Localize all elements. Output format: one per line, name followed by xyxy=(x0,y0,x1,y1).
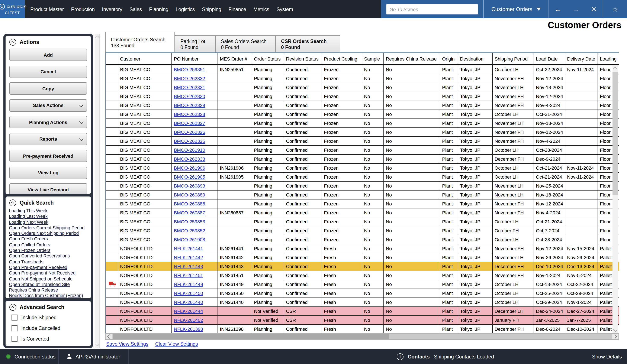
action-button-pre-payment-received[interactable]: Pre-payment Received xyxy=(9,150,87,162)
table-row[interactable]: BIG MEAT COBMCO-261906INN261906PlanningC… xyxy=(106,163,619,172)
table-row[interactable]: BIG MEAT COBMCO-262326PlanningConfirmedF… xyxy=(106,128,619,136)
quick-search-link-open-converted-reservations[interactable]: Open Converted Reservations xyxy=(9,253,88,259)
po-number-link[interactable]: BMCO-260893 xyxy=(174,183,205,188)
show-details-button[interactable]: Show Details xyxy=(592,354,622,360)
po-number-link[interactable]: BMCO-262330 xyxy=(174,94,205,99)
row-selector-cell[interactable] xyxy=(106,190,118,199)
tab-customer-orders-search[interactable]: Customer Orders Search133 Found xyxy=(105,32,175,52)
table-row[interactable]: BIG MEAT COBMCO-260889PlanningConfirmedF… xyxy=(106,190,619,199)
column-header-requires-china-release[interactable]: Requires China Release xyxy=(383,53,440,65)
nav-item-shipping[interactable]: Shipping xyxy=(202,6,221,12)
quick-search-link-open-fresh-orders[interactable]: Open Fresh Orders xyxy=(9,236,88,242)
po-number-link[interactable]: BMCO-260888 xyxy=(174,201,205,206)
scroll-right-button[interactable] xyxy=(612,334,619,339)
scroll-up-icon[interactable] xyxy=(95,36,100,40)
column-header-delivery-date[interactable]: Delivery Date xyxy=(565,53,598,65)
column-header-po-number[interactable]: PO Number xyxy=(171,53,217,65)
dropdown-button-sales-actions[interactable]: Sales Actions xyxy=(9,99,87,111)
table-row[interactable]: BIG MEAT COBMCO-261905INN261905PlanningC… xyxy=(106,172,619,181)
row-selector-cell[interactable] xyxy=(106,235,118,244)
table-row[interactable]: BIG MEAT COBMCO-262330PlanningConfirmedF… xyxy=(106,92,619,101)
row-selector-cell[interactable] xyxy=(106,244,118,253)
row-selector-cell[interactable] xyxy=(106,217,118,226)
table-row[interactable]: NORFOLK LTDNFLK-261444Not VerifiedCSRFre… xyxy=(106,307,619,316)
row-selector-cell[interactable] xyxy=(106,226,118,235)
po-number-link[interactable]: NFLK-261398 xyxy=(174,326,203,332)
table-row[interactable]: BIG MEAT COBMCO-262325PlanningConfirmedF… xyxy=(106,136,619,145)
table-row[interactable]: BIG MEAT COBMCO-262327PlanningConfirmedF… xyxy=(106,119,619,128)
scroll-up-icon[interactable] xyxy=(613,67,617,71)
table-row[interactable]: BIG MEAT COBMCO-262328PlanningConfirmedF… xyxy=(106,110,619,119)
table-row[interactable]: NORFOLK LTDNFLK-261442INN261442PlanningC… xyxy=(106,253,619,262)
checkbox-include-shipped[interactable] xyxy=(11,314,17,320)
row-selector-cell[interactable] xyxy=(106,74,118,83)
row-selector-cell[interactable] xyxy=(106,298,118,307)
quick-search-link-open-stored-at-transload-site[interactable]: Open Stored at Transload Site xyxy=(9,282,88,287)
po-number-link[interactable]: NFLK-261442 xyxy=(174,255,203,260)
quick-search-link-loading-this-week[interactable]: Loading This Week xyxy=(9,208,88,214)
quick-search-link-open-orders-next-shipping-period[interactable]: Open Orders Next Shipping Period xyxy=(9,230,88,236)
table-row[interactable]: BIG MEAT COBMCO-262333PlanningConfirmedF… xyxy=(106,154,619,163)
scroll-down-icon[interactable] xyxy=(613,327,617,332)
row-selector-cell[interactable] xyxy=(106,262,118,271)
table-row[interactable]: BIG MEAT COBMCO-259853PlanningConfirmedF… xyxy=(106,217,619,226)
po-number-link[interactable]: BMCO-262328 xyxy=(174,112,205,117)
quick-search-link-open-pre-payment-received[interactable]: Open Pre-payment Received xyxy=(9,265,88,271)
table-row[interactable]: NORFOLK LTDNFLK-261450INN261450PlanningC… xyxy=(106,289,619,298)
row-selector-cell[interactable] xyxy=(106,289,118,298)
table-row[interactable]: BIG MEAT COBMCO-262331PlanningConfirmedF… xyxy=(106,83,619,92)
table-row[interactable]: NORFOLK LTDNFLK-261443INN261443PlanningC… xyxy=(106,262,619,271)
row-selector-cell[interactable] xyxy=(106,307,118,316)
scroll-down-icon[interactable] xyxy=(95,342,100,346)
tab-parking-lot[interactable]: Parking Lot0 Found xyxy=(175,35,215,52)
table-row[interactable]: BIG MEAT COBMCO-260888PlanningConfirmedF… xyxy=(106,199,619,208)
quick-search-link-requires-china-release[interactable]: Requires China Release xyxy=(9,287,88,293)
go-to-screen-input[interactable] xyxy=(386,4,478,14)
quick-search-link-open-orders-current-shipping-period[interactable]: Open Orders Current Shipping Period xyxy=(9,225,88,231)
po-number-link[interactable]: NFLK-261444 xyxy=(174,309,203,314)
quick-search-link-open-transloads[interactable]: Open Transloads xyxy=(9,259,88,265)
column-header-loading[interactable]: Loading xyxy=(598,53,619,65)
row-selector-cell[interactable] xyxy=(106,101,118,110)
forward-arrow-icon[interactable]: → xyxy=(567,5,585,13)
nav-item-inventory[interactable]: Inventory xyxy=(102,6,122,12)
dropdown-button-reports[interactable]: Reports xyxy=(9,133,87,145)
table-row[interactable]: BIG MEAT COBMCO-261908PlanningConfirmedF… xyxy=(106,235,619,244)
actions-panel-header[interactable]: Actions xyxy=(8,38,88,47)
po-number-link[interactable]: BMCO-259853 xyxy=(174,219,205,224)
quick-search-link-open-frozen-orders[interactable]: Open Frozen Orders xyxy=(9,248,88,253)
nav-item-sales[interactable]: Sales xyxy=(129,6,142,12)
po-number-link[interactable]: BMCO-259851 xyxy=(174,67,205,72)
horizontal-scrollbar[interactable] xyxy=(105,333,619,340)
table-row[interactable]: BIG MEAT COBMCO-260893PlanningConfirmedF… xyxy=(106,181,619,190)
quick-search-link-open-not-shipped-on-schedule[interactable]: Open Not Shipped on Schedule xyxy=(9,276,88,282)
row-selector-cell[interactable] xyxy=(106,324,118,333)
quick-search-link-open-pre-payment-not-received[interactable]: Open Pre-payment Not Received xyxy=(9,271,88,276)
tab-csr-orders-search[interactable]: CSR Orders Search0 Found xyxy=(275,35,340,52)
table-row[interactable]: BIG MEAT COBMCO-262329PlanningConfirmedF… xyxy=(106,101,619,110)
po-number-link[interactable]: BMCO-262326 xyxy=(174,130,205,135)
nav-item-production[interactable]: Production xyxy=(71,6,95,12)
row-selector-cell[interactable] xyxy=(106,172,118,181)
column-header-product-cooling[interactable]: Product Cooling xyxy=(322,53,362,65)
po-number-link[interactable]: NFLK-261443 xyxy=(174,264,203,269)
row-selector-cell[interactable] xyxy=(106,83,118,92)
po-number-link[interactable]: BMCO-262333 xyxy=(174,156,205,162)
scrollbar-thumb[interactable] xyxy=(613,72,618,195)
quick-search-link-needs-docs-from-customer-frozen[interactable]: Needs Docs from Customer (Frozen) xyxy=(9,293,88,298)
table-row[interactable]: BIG MEAT COBMCO-261910PlanningConfirmedF… xyxy=(106,145,619,154)
po-number-link[interactable]: BMCO-261906 xyxy=(174,165,205,171)
po-number-link[interactable]: NFLK-261449 xyxy=(174,282,203,287)
row-selector-cell[interactable] xyxy=(106,154,118,163)
tab-sales-orders-search[interactable]: Sales Orders Search0 Found xyxy=(215,35,275,52)
nav-item-logistics[interactable]: Logistics xyxy=(175,6,195,12)
column-header-destination[interactable]: Destination xyxy=(458,53,492,65)
column-header-order-status[interactable]: Order Status xyxy=(252,53,284,65)
po-number-link[interactable]: BMCO-262327 xyxy=(174,121,205,126)
row-selector-cell[interactable] xyxy=(106,316,118,324)
row-selector-cell[interactable] xyxy=(106,65,118,74)
table-row[interactable]: NORFOLK LTDNFLK-261441INN261441PlanningC… xyxy=(106,244,619,253)
table-row[interactable]: NORFOLK LTDNFLK-261440INN261440PlanningC… xyxy=(106,298,619,307)
table-row[interactable]: NORFOLK LTDNFLK-261449INN261449PlanningC… xyxy=(106,280,619,289)
column-header-origin[interactable]: Origin xyxy=(440,53,458,65)
